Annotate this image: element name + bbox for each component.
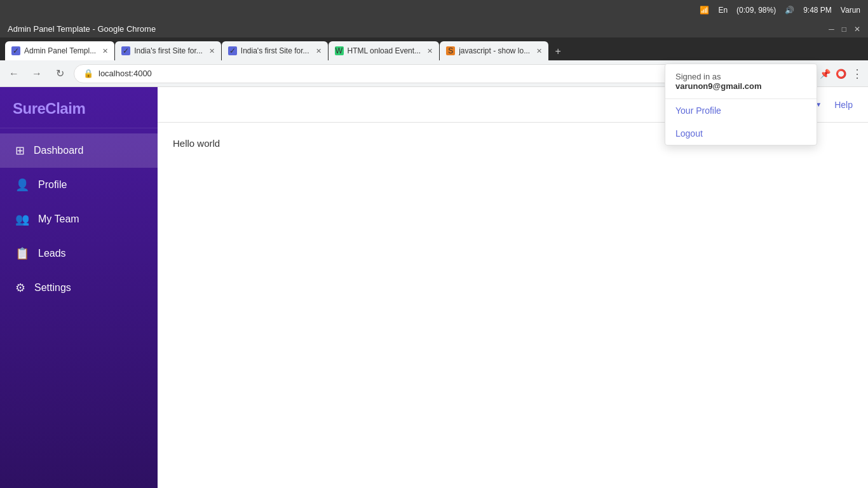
logout-link[interactable]: Logout	[665, 122, 817, 145]
browser-title-bar: Admin Panel Template - Google Chrome ─□✕	[0, 20, 868, 37]
tab-title-4: HTML onload Event...	[348, 46, 421, 55]
sidebar-item-leads[interactable]: 📋 Leads	[0, 236, 158, 271]
dropdown-signed-in-header: Signed in as varunon9@gmail.com	[665, 64, 817, 99]
browser-title: Admin Panel Template - Google Chrome	[8, 24, 156, 34]
help-button[interactable]: Help	[834, 100, 853, 110]
tab-close-4[interactable]: ✕	[427, 47, 433, 55]
tab-close-1[interactable]: ✕	[102, 47, 108, 55]
hello-world-text: Hello world	[173, 138, 220, 149]
opera-icon[interactable]: ⭕	[836, 69, 846, 79]
tab-favicon-4: W	[335, 46, 344, 55]
wifi-icon: 📶	[700, 6, 709, 15]
signed-in-prefix: Signed in as	[675, 72, 721, 81]
new-tab-button[interactable]: +	[549, 43, 567, 60]
leads-icon: 📋	[15, 247, 29, 261]
back-button[interactable]: ←	[5, 65, 23, 83]
sidebar-label-settings: Settings	[34, 282, 71, 294]
user-dropdown-menu: Signed in as varunon9@gmail.com Your Pro…	[665, 64, 817, 146]
window-controls: ─□✕	[829, 25, 860, 34]
tab-favicon-5: S	[446, 46, 455, 55]
tab-india-1[interactable]: ✓ India's first Site for... ✕	[115, 41, 221, 60]
sidebar-item-settings[interactable]: ⚙ Settings	[0, 271, 158, 305]
tab-admin-panel[interactable]: ✓ Admin Panel Templ... ✕	[5, 41, 114, 60]
tab-title-2: India's first Site for...	[134, 46, 203, 55]
secure-icon: 🔒	[83, 69, 93, 78]
sidebar: SureClaim ⊞ Dashboard 👤 Profile 👥 My Tea…	[0, 87, 158, 488]
tab-close-3[interactable]: ✕	[316, 47, 322, 55]
sidebar-logo-area: SureClaim	[0, 87, 158, 128]
sidebar-label-dashboard: Dashboard	[34, 145, 83, 156]
sidebar-label-profile: Profile	[38, 179, 67, 191]
browser-menu-button[interactable]: ⋮	[851, 67, 863, 81]
volume-icon: 🔊	[785, 6, 794, 15]
tab-favicon-1: ✓	[11, 46, 20, 55]
reload-button[interactable]: ↻	[51, 65, 69, 83]
signed-in-email: varunon9@gmail.com	[675, 81, 761, 91]
tab-title-5: javascript - show lo...	[459, 46, 530, 55]
tab-title-3: India's first Site for...	[241, 46, 309, 55]
address-text: localhost:4000	[98, 69, 152, 78]
logo-sure: Sure	[13, 100, 45, 117]
tab-close-5[interactable]: ✕	[536, 47, 542, 55]
battery-status: (0:09, 98%)	[736, 6, 776, 15]
sidebar-item-dashboard[interactable]: ⊞ Dashboard	[0, 133, 158, 168]
main-content: Hello world	[158, 123, 868, 488]
forward-button[interactable]: →	[28, 65, 46, 83]
tabs-bar: ✓ Admin Panel Templ... ✕ ✓ India's first…	[0, 37, 868, 60]
profile-icon: 👤	[15, 178, 29, 192]
sidebar-item-profile[interactable]: 👤 Profile	[0, 168, 158, 202]
tab-favicon-3: ✓	[228, 46, 237, 55]
settings-icon: ⚙	[15, 281, 25, 295]
sidebar-label-my-team: My Team	[38, 214, 79, 225]
app-layout: SureClaim ⊞ Dashboard 👤 Profile 👥 My Tea…	[0, 87, 868, 488]
clock: 9:48 PM	[803, 6, 832, 15]
tab-html-onload[interactable]: W HTML onload Event... ✕	[329, 41, 440, 60]
tab-javascript[interactable]: S javascript - show lo... ✕	[440, 41, 548, 60]
your-profile-link[interactable]: Your Profile	[665, 99, 817, 122]
os-user: Varun	[841, 6, 860, 15]
app-logo: SureClaim	[13, 100, 145, 118]
tab-close-2[interactable]: ✕	[209, 47, 215, 55]
team-icon: 👥	[15, 212, 29, 226]
tab-india-2[interactable]: ✓ India's first Site for... ✕	[222, 41, 328, 60]
tab-favicon-2: ✓	[121, 46, 130, 55]
tab-title-1: Admin Panel Templ...	[24, 46, 96, 55]
sidebar-item-my-team[interactable]: 👥 My Team	[0, 202, 158, 236]
sidebar-label-leads: Leads	[38, 248, 66, 259]
dashboard-icon: ⊞	[15, 144, 25, 158]
logo-claim: Claim	[45, 100, 85, 117]
sidebar-navigation: ⊞ Dashboard 👤 Profile 👥 My Team 📋 Leads …	[0, 128, 158, 488]
keyboard-lang: En	[718, 6, 728, 15]
right-panel: 👤 Hello Varun ▼ Help Hello world	[158, 87, 868, 488]
extension-icon-2[interactable]: 📌	[820, 69, 831, 79]
os-title-bar: 📶 En (0:09, 98%) 🔊 9:48 PM Varun	[0, 0, 868, 20]
